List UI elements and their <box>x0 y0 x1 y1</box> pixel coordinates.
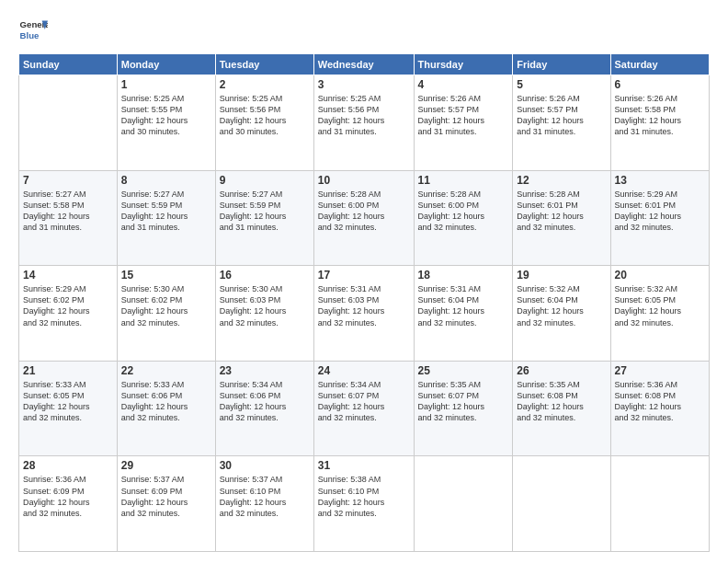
day-info: Sunrise: 5:32 AM Sunset: 6:05 PM Dayligh… <box>615 283 705 328</box>
day-number: 30 <box>220 459 310 472</box>
day-number: 15 <box>121 269 211 282</box>
day-info: Sunrise: 5:32 AM Sunset: 6:04 PM Dayligh… <box>517 283 606 328</box>
day-number: 18 <box>418 269 509 282</box>
calendar-cell <box>414 456 513 552</box>
calendar-cell: 5Sunrise: 5:26 AM Sunset: 5:57 PM Daylig… <box>513 75 610 171</box>
day-number: 27 <box>615 364 705 377</box>
day-number: 7 <box>23 174 113 187</box>
day-number: 3 <box>318 78 410 91</box>
day-info: Sunrise: 5:27 AM Sunset: 5:58 PM Dayligh… <box>23 189 113 234</box>
logo: General Blue <box>18 15 51 44</box>
calendar-cell: 9Sunrise: 5:27 AM Sunset: 5:59 PM Daylig… <box>215 170 313 266</box>
calendar-cell: 16Sunrise: 5:30 AM Sunset: 6:03 PM Dayli… <box>215 266 313 362</box>
day-info: Sunrise: 5:25 AM Sunset: 5:56 PM Dayligh… <box>318 93 410 138</box>
calendar-cell: 29Sunrise: 5:37 AM Sunset: 6:09 PM Dayli… <box>117 456 215 552</box>
calendar-cell: 21Sunrise: 5:33 AM Sunset: 6:05 PM Dayli… <box>19 361 118 456</box>
calendar-cell: 31Sunrise: 5:38 AM Sunset: 6:10 PM Dayli… <box>313 456 414 552</box>
day-info: Sunrise: 5:37 AM Sunset: 6:10 PM Dayligh… <box>220 474 310 519</box>
day-number: 16 <box>220 269 310 282</box>
day-info: Sunrise: 5:30 AM Sunset: 6:02 PM Dayligh… <box>121 283 211 328</box>
day-info: Sunrise: 5:37 AM Sunset: 6:09 PM Dayligh… <box>121 474 211 519</box>
day-info: Sunrise: 5:26 AM Sunset: 5:57 PM Dayligh… <box>418 93 509 138</box>
day-number: 9 <box>220 174 310 187</box>
day-info: Sunrise: 5:36 AM Sunset: 6:09 PM Dayligh… <box>23 474 113 519</box>
day-info: Sunrise: 5:36 AM Sunset: 6:08 PM Dayligh… <box>615 379 705 424</box>
calendar-week-row: 7Sunrise: 5:27 AM Sunset: 5:58 PM Daylig… <box>19 170 710 266</box>
day-info: Sunrise: 5:35 AM Sunset: 6:07 PM Dayligh… <box>418 379 509 424</box>
day-info: Sunrise: 5:28 AM Sunset: 6:01 PM Dayligh… <box>517 189 606 234</box>
calendar-week-row: 21Sunrise: 5:33 AM Sunset: 6:05 PM Dayli… <box>19 361 710 456</box>
calendar-week-row: 1Sunrise: 5:25 AM Sunset: 5:55 PM Daylig… <box>19 75 710 171</box>
day-info: Sunrise: 5:26 AM Sunset: 5:57 PM Dayligh… <box>517 93 606 138</box>
calendar-cell: 13Sunrise: 5:29 AM Sunset: 6:01 PM Dayli… <box>610 170 709 266</box>
day-info: Sunrise: 5:28 AM Sunset: 6:00 PM Dayligh… <box>318 189 410 234</box>
day-number: 10 <box>318 174 410 187</box>
day-info: Sunrise: 5:31 AM Sunset: 6:04 PM Dayligh… <box>418 283 509 328</box>
day-info: Sunrise: 5:27 AM Sunset: 5:59 PM Dayligh… <box>220 189 310 234</box>
calendar-cell: 15Sunrise: 5:30 AM Sunset: 6:02 PM Dayli… <box>117 266 215 362</box>
day-info: Sunrise: 5:28 AM Sunset: 6:00 PM Dayligh… <box>418 189 509 234</box>
day-number: 23 <box>220 364 310 377</box>
day-info: Sunrise: 5:30 AM Sunset: 6:03 PM Dayligh… <box>220 283 310 328</box>
calendar-cell: 30Sunrise: 5:37 AM Sunset: 6:10 PM Dayli… <box>215 456 313 552</box>
day-info: Sunrise: 5:38 AM Sunset: 6:10 PM Dayligh… <box>318 474 410 519</box>
calendar-cell: 27Sunrise: 5:36 AM Sunset: 6:08 PM Dayli… <box>610 361 709 456</box>
calendar-cell: 10Sunrise: 5:28 AM Sunset: 6:00 PM Dayli… <box>313 170 414 266</box>
day-number: 17 <box>318 269 410 282</box>
calendar-cell: 18Sunrise: 5:31 AM Sunset: 6:04 PM Dayli… <box>414 266 513 362</box>
calendar-header-row: SundayMondayTuesdayWednesdayThursdayFrid… <box>19 54 710 75</box>
day-number: 1 <box>121 78 211 91</box>
weekday-header-monday: Monday <box>117 54 215 75</box>
day-number: 19 <box>517 269 606 282</box>
calendar-cell: 8Sunrise: 5:27 AM Sunset: 5:59 PM Daylig… <box>117 170 215 266</box>
calendar-cell <box>19 75 118 171</box>
calendar-cell: 11Sunrise: 5:28 AM Sunset: 6:00 PM Dayli… <box>414 170 513 266</box>
calendar-cell: 23Sunrise: 5:34 AM Sunset: 6:06 PM Dayli… <box>215 361 313 456</box>
calendar-cell <box>610 456 709 552</box>
day-info: Sunrise: 5:25 AM Sunset: 5:56 PM Dayligh… <box>220 93 310 138</box>
calendar-cell: 12Sunrise: 5:28 AM Sunset: 6:01 PM Dayli… <box>513 170 610 266</box>
day-number: 20 <box>615 269 705 282</box>
calendar-cell: 19Sunrise: 5:32 AM Sunset: 6:04 PM Dayli… <box>513 266 610 362</box>
weekday-header-tuesday: Tuesday <box>215 54 313 75</box>
svg-text:Blue: Blue <box>20 30 40 40</box>
day-info: Sunrise: 5:29 AM Sunset: 6:02 PM Dayligh… <box>23 283 113 328</box>
day-info: Sunrise: 5:34 AM Sunset: 6:07 PM Dayligh… <box>318 379 410 424</box>
day-number: 14 <box>23 269 113 282</box>
day-number: 29 <box>121 459 211 472</box>
calendar-cell: 24Sunrise: 5:34 AM Sunset: 6:07 PM Dayli… <box>313 361 414 456</box>
weekday-header-saturday: Saturday <box>610 54 709 75</box>
day-number: 8 <box>121 174 211 187</box>
calendar-cell: 28Sunrise: 5:36 AM Sunset: 6:09 PM Dayli… <box>19 456 118 552</box>
day-number: 4 <box>418 78 509 91</box>
calendar-cell: 26Sunrise: 5:35 AM Sunset: 6:08 PM Dayli… <box>513 361 610 456</box>
calendar-cell: 7Sunrise: 5:27 AM Sunset: 5:58 PM Daylig… <box>19 170 118 266</box>
day-info: Sunrise: 5:31 AM Sunset: 6:03 PM Dayligh… <box>318 283 410 328</box>
day-info: Sunrise: 5:33 AM Sunset: 6:05 PM Dayligh… <box>23 379 113 424</box>
day-number: 28 <box>23 459 113 472</box>
day-info: Sunrise: 5:35 AM Sunset: 6:08 PM Dayligh… <box>517 379 606 424</box>
calendar-table: SundayMondayTuesdayWednesdayThursdayFrid… <box>18 53 710 552</box>
day-number: 13 <box>615 174 705 187</box>
calendar-week-row: 28Sunrise: 5:36 AM Sunset: 6:09 PM Dayli… <box>19 456 710 552</box>
weekday-header-wednesday: Wednesday <box>313 54 414 75</box>
weekday-header-sunday: Sunday <box>19 54 118 75</box>
day-number: 25 <box>418 364 509 377</box>
calendar-cell: 1Sunrise: 5:25 AM Sunset: 5:55 PM Daylig… <box>117 75 215 171</box>
day-info: Sunrise: 5:29 AM Sunset: 6:01 PM Dayligh… <box>615 189 705 234</box>
day-number: 26 <box>517 364 606 377</box>
calendar-cell: 2Sunrise: 5:25 AM Sunset: 5:56 PM Daylig… <box>215 75 313 171</box>
calendar-cell: 3Sunrise: 5:25 AM Sunset: 5:56 PM Daylig… <box>313 75 414 171</box>
calendar-cell: 25Sunrise: 5:35 AM Sunset: 6:07 PM Dayli… <box>414 361 513 456</box>
calendar-cell <box>513 456 610 552</box>
calendar-cell: 14Sunrise: 5:29 AM Sunset: 6:02 PM Dayli… <box>19 266 118 362</box>
calendar-cell: 6Sunrise: 5:26 AM Sunset: 5:58 PM Daylig… <box>610 75 709 171</box>
calendar-cell: 17Sunrise: 5:31 AM Sunset: 6:03 PM Dayli… <box>313 266 414 362</box>
day-number: 6 <box>615 78 705 91</box>
day-number: 21 <box>23 364 113 377</box>
weekday-header-friday: Friday <box>513 54 610 75</box>
calendar-cell: 22Sunrise: 5:33 AM Sunset: 6:06 PM Dayli… <box>117 361 215 456</box>
day-info: Sunrise: 5:26 AM Sunset: 5:58 PM Dayligh… <box>615 93 705 138</box>
day-number: 5 <box>517 78 606 91</box>
weekday-header-thursday: Thursday <box>414 54 513 75</box>
